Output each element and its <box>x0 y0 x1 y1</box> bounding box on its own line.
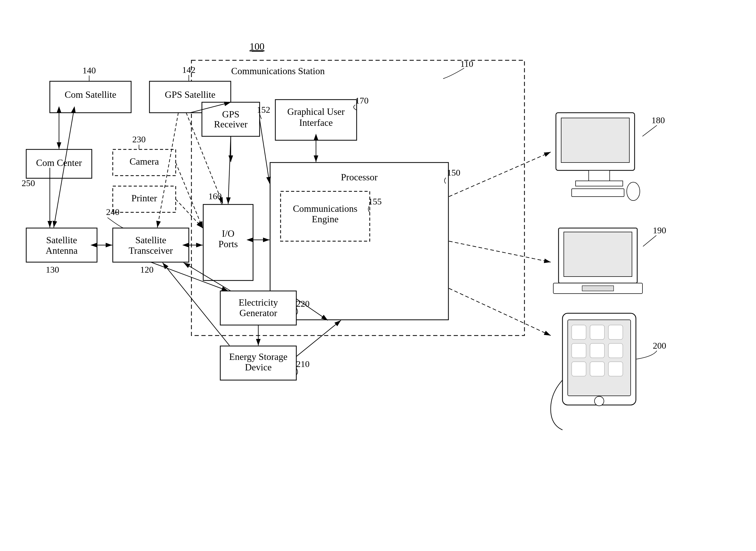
svg-rect-41 <box>572 362 586 376</box>
svg-line-33 <box>643 125 657 136</box>
ref-210: 210 <box>296 359 310 369</box>
gui-label-1: Graphical User <box>287 106 345 117</box>
printer-label: Printer <box>131 193 157 203</box>
desktop-mouse <box>627 182 640 200</box>
energy-storage-label-1: Energy Storage <box>229 352 287 362</box>
ref-155: 155 <box>368 196 382 206</box>
communications-station-label: Communications Station <box>231 66 325 76</box>
svg-line-19 <box>228 136 231 204</box>
electricity-generator-label-2: Generator <box>240 308 277 318</box>
ref-120: 120 <box>140 265 154 274</box>
io-ports-label-1: I/O <box>222 228 235 239</box>
ref-150: 150 <box>447 168 460 177</box>
ref-152: 152 <box>257 105 270 114</box>
ref-190: 190 <box>653 225 666 235</box>
laptop-trackpad <box>582 286 614 291</box>
desktop-keyboard <box>572 189 624 196</box>
svg-rect-43 <box>608 362 623 376</box>
gps-receiver-label-1: GPS <box>222 109 240 119</box>
svg-rect-36 <box>590 325 605 340</box>
ref-140: 140 <box>83 65 96 75</box>
svg-line-28 <box>296 320 341 357</box>
ref-110: 110 <box>460 59 473 69</box>
com-center-label: Com Center <box>36 157 82 168</box>
svg-line-31 <box>449 241 551 262</box>
svg-line-20 <box>260 119 270 183</box>
svg-rect-35 <box>572 325 586 340</box>
svg-rect-40 <box>608 344 623 358</box>
satellite-transceiver-label-1: Satellite <box>135 235 166 245</box>
satellite-antenna-label-1: Satellite <box>46 235 77 245</box>
gps-satellite-label: GPS Satellite <box>165 89 215 100</box>
svg-line-30 <box>449 152 551 196</box>
desktop-screen <box>561 118 629 162</box>
diagram-container: 100 Communications Station 110 Com Satel… <box>0 0 756 551</box>
electricity-generator-label-1: Electricity <box>239 297 278 308</box>
camera-label: Camera <box>129 156 159 167</box>
ref-240: 240 <box>106 207 119 217</box>
svg-point-44 <box>595 396 604 406</box>
com-satellite-label: Com Satellite <box>65 89 116 100</box>
ref-180: 180 <box>652 115 665 125</box>
svg-rect-42 <box>590 362 605 376</box>
desktop-stand <box>589 170 610 181</box>
ref-100: 100 <box>250 41 265 52</box>
gui-label-2: Interface <box>299 117 333 128</box>
svg-rect-39 <box>590 344 605 358</box>
gps-receiver-label-2: Receiver <box>214 119 248 129</box>
ref-230: 230 <box>132 134 146 144</box>
ref-170: 170 <box>355 96 369 105</box>
svg-line-23 <box>176 199 203 228</box>
laptop-display <box>564 232 632 277</box>
comms-engine-label-2: Engine <box>312 214 339 224</box>
satellite-antenna-label-2: Antenna <box>46 245 78 256</box>
comms-engine-label-1: Communications <box>293 203 357 214</box>
energy-storage-label-2: Device <box>245 362 272 373</box>
svg-line-22 <box>176 162 203 228</box>
satellite-transceiver-label-2: Transceiver <box>129 245 173 256</box>
ref-142: 142 <box>182 65 196 75</box>
svg-line-34 <box>643 235 656 246</box>
svg-line-32 <box>449 289 551 336</box>
processor-label: Processor <box>341 172 378 182</box>
desktop-base <box>576 181 623 186</box>
ref-250: 250 <box>22 178 35 188</box>
ref-130: 130 <box>46 265 59 274</box>
io-ports-label-2: Ports <box>219 239 238 249</box>
svg-rect-38 <box>572 344 586 358</box>
ref-200: 200 <box>653 341 666 351</box>
svg-rect-37 <box>608 325 623 340</box>
